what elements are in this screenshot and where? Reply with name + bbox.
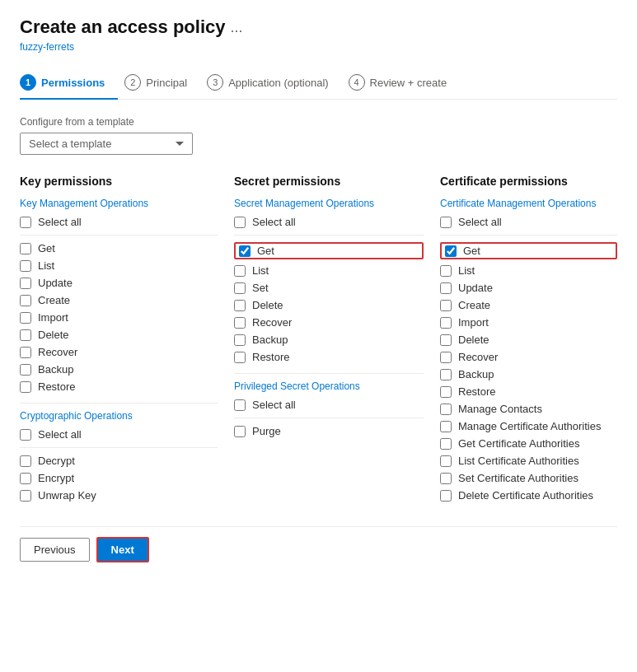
tab-permissions[interactable]: 1 Permissions	[20, 66, 118, 99]
tab-application[interactable]: 3 Application (optional)	[207, 66, 341, 99]
key-import-checkbox[interactable]	[20, 312, 31, 324]
secret-get-checkbox[interactable]	[239, 245, 251, 257]
key-list-checkbox[interactable]	[20, 260, 31, 272]
cert-selectall-label[interactable]: Select all	[458, 216, 502, 228]
key-selectall-label[interactable]: Select all	[38, 216, 82, 228]
cert-restore-checkbox[interactable]	[440, 386, 452, 398]
previous-button[interactable]: Previous	[20, 538, 90, 562]
breadcrumb[interactable]: fuzzy-ferrets	[20, 41, 617, 53]
cert-restore-item: Restore	[440, 385, 617, 398]
key-update-checkbox[interactable]	[20, 278, 31, 289]
crypto-encrypt-item: Encrypt	[20, 472, 218, 484]
cert-create-checkbox[interactable]	[440, 300, 452, 311]
key-create-label[interactable]: Create	[38, 294, 70, 306]
cert-import-label[interactable]: Import	[458, 316, 489, 329]
secret-set-checkbox[interactable]	[234, 282, 246, 294]
cert-listca-checkbox[interactable]	[440, 455, 452, 467]
cert-update-label[interactable]: Update	[458, 282, 493, 294]
priv-secret-purge-checkbox[interactable]	[234, 426, 246, 437]
key-recover-label[interactable]: Recover	[38, 346, 77, 358]
privileged-secret-section-title: Privileged Secret Operations	[234, 380, 424, 392]
key-selectall-checkbox[interactable]	[20, 217, 31, 228]
cert-setca-label[interactable]: Set Certificate Authorities	[458, 472, 578, 484]
cert-import-checkbox[interactable]	[440, 317, 452, 329]
tab-principal[interactable]: 2 Principal	[124, 66, 200, 99]
secret-delete-label[interactable]: Delete	[252, 299, 283, 311]
crypto-selectall-checkbox[interactable]	[20, 429, 31, 441]
secret-backup-checkbox[interactable]	[234, 334, 246, 346]
cert-recover-label[interactable]: Recover	[458, 351, 498, 363]
key-backup-label[interactable]: Backup	[38, 363, 73, 376]
priv-secret-purge-label[interactable]: Purge	[252, 425, 281, 437]
permissions-grid: Key permissions Key Management Operation…	[20, 175, 617, 506]
cert-restore-label[interactable]: Restore	[458, 385, 496, 398]
key-list-label[interactable]: List	[38, 259, 54, 272]
secret-delete-checkbox[interactable]	[234, 300, 246, 311]
cert-setca-item: Set Certificate Authorities	[440, 472, 617, 484]
key-backup-checkbox[interactable]	[20, 364, 31, 376]
secret-list-checkbox[interactable]	[234, 265, 246, 277]
cert-managecontacts-label[interactable]: Manage Contacts	[458, 403, 542, 415]
key-recover-checkbox[interactable]	[20, 347, 31, 358]
cert-setca-checkbox[interactable]	[440, 473, 452, 484]
key-list-item: List	[20, 259, 218, 272]
cert-get-checkbox[interactable]	[445, 245, 457, 257]
cert-update-checkbox[interactable]	[440, 282, 452, 294]
cert-selectall-checkbox[interactable]	[440, 217, 452, 228]
key-get-label[interactable]: Get	[38, 242, 55, 254]
cert-list-checkbox[interactable]	[440, 265, 452, 277]
cert-backup-checkbox[interactable]	[440, 369, 452, 380]
priv-secret-selectall-checkbox[interactable]	[234, 399, 246, 411]
key-delete-checkbox[interactable]	[20, 329, 31, 341]
secret-recover-checkbox[interactable]	[234, 317, 246, 329]
template-select[interactable]: Select a template	[20, 133, 193, 155]
crypto-selectall-label[interactable]: Select all	[38, 428, 82, 441]
cert-manageca-checkbox[interactable]	[440, 421, 452, 432]
crypto-section-title: Cryptographic Operations	[20, 410, 218, 422]
key-get-checkbox[interactable]	[20, 243, 31, 254]
key-import-label[interactable]: Import	[38, 311, 68, 324]
cert-delete-label[interactable]: Delete	[458, 334, 489, 346]
secret-restore-label[interactable]: Restore	[252, 351, 290, 363]
secret-recover-label[interactable]: Recover	[252, 316, 292, 329]
cert-recover-checkbox[interactable]	[440, 352, 452, 363]
secret-get-item: Get	[234, 242, 424, 259]
priv-secret-selectall-label[interactable]: Select all	[252, 399, 296, 411]
cert-manageca-label[interactable]: Manage Certificate Authorities	[458, 420, 601, 432]
cert-listca-label[interactable]: List Certificate Authorities	[458, 455, 579, 467]
cert-getca-checkbox[interactable]	[440, 438, 452, 450]
crypto-decrypt-checkbox[interactable]	[20, 455, 31, 467]
crypto-encrypt-checkbox[interactable]	[20, 473, 31, 484]
secret-backup-label[interactable]: Backup	[252, 334, 288, 346]
key-restore-checkbox[interactable]	[20, 381, 31, 393]
crypto-unwrapkey-checkbox[interactable]	[20, 490, 31, 502]
secret-selectall-checkbox[interactable]	[234, 217, 246, 228]
secret-list-item: List	[234, 264, 424, 277]
cert-delete-checkbox[interactable]	[440, 334, 452, 346]
next-button[interactable]: Next	[96, 537, 149, 562]
cert-getca-label[interactable]: Get Certificate Authorities	[458, 437, 579, 450]
secret-restore-checkbox[interactable]	[234, 352, 246, 363]
cert-get-label[interactable]: Get	[463, 245, 480, 257]
crypto-encrypt-label[interactable]: Encrypt	[38, 472, 74, 484]
crypto-decrypt-label[interactable]: Decrypt	[38, 455, 75, 467]
secret-set-label[interactable]: Set	[252, 282, 269, 294]
cert-column-title: Certificate permissions	[440, 175, 617, 188]
key-delete-label[interactable]: Delete	[38, 329, 69, 341]
cert-backup-label[interactable]: Backup	[458, 368, 494, 380]
key-create-checkbox[interactable]	[20, 295, 31, 306]
crypto-selectall-item: Select all	[20, 428, 218, 441]
cert-list-label[interactable]: List	[458, 264, 475, 277]
secret-get-label[interactable]: Get	[257, 245, 274, 257]
cert-deleteca-checkbox[interactable]	[440, 490, 452, 502]
secret-selectall-label[interactable]: Select all	[252, 216, 296, 228]
key-update-label[interactable]: Update	[38, 277, 73, 289]
cert-managecontacts-checkbox[interactable]	[440, 404, 452, 415]
cert-create-label[interactable]: Create	[458, 299, 490, 311]
tab-review[interactable]: 4 Review + create	[349, 66, 461, 99]
crypto-unwrapkey-label[interactable]: Unwrap Key	[38, 489, 96, 502]
tab-1-number: 1	[20, 74, 36, 91]
cert-deleteca-label[interactable]: Delete Certificate Authorities	[458, 489, 593, 502]
key-restore-label[interactable]: Restore	[38, 380, 76, 393]
secret-list-label[interactable]: List	[252, 264, 269, 277]
